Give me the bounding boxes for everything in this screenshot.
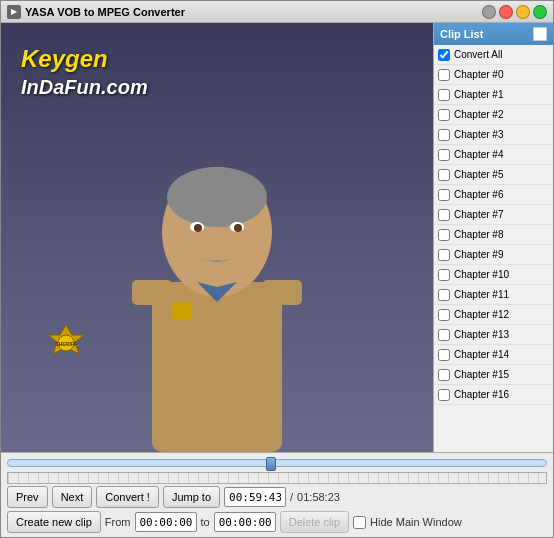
from-time-input[interactable] [135, 512, 197, 532]
chapter-checkbox-15[interactable] [438, 369, 450, 381]
clip-item-8[interactable]: Chapter #8 [434, 225, 553, 245]
chapter-label-8: Chapter #8 [454, 229, 503, 240]
chapter-checkbox-6[interactable] [438, 189, 450, 201]
clip-list-panel: Clip List ✓ Convert All Chapter #0Chapte… [433, 23, 553, 452]
maximize-button[interactable] [533, 5, 547, 19]
to-time-input[interactable] [214, 512, 276, 532]
clip-item-3[interactable]: Chapter #3 [434, 125, 553, 145]
clip-item-4[interactable]: Chapter #4 [434, 145, 553, 165]
clip-list-header: Clip List ✓ [434, 23, 553, 45]
delete-clip-button: Delete clip [280, 511, 349, 533]
prev-button[interactable]: Prev [7, 486, 48, 508]
chapter-label-0: Chapter #0 [454, 69, 503, 80]
clip-list-title: Clip List [440, 28, 483, 40]
svg-point-9 [234, 224, 242, 232]
svg-rect-13 [172, 302, 192, 320]
minimize-button[interactable] [516, 5, 530, 19]
chapter-checkbox-0[interactable] [438, 69, 450, 81]
clip-item-12[interactable]: Chapter #12 [434, 305, 553, 325]
chapter-label-2: Chapter #2 [454, 109, 503, 120]
chapter-checkbox-11[interactable] [438, 289, 450, 301]
convert-all-checkbox[interactable] [438, 49, 450, 61]
svg-rect-12 [262, 280, 302, 305]
clip-list-check-icon[interactable]: ✓ [533, 27, 547, 41]
time-display: / 01:58:23 [224, 487, 340, 507]
create-clip-button[interactable]: Create new clip [7, 511, 101, 533]
app-icon: ▶ [7, 5, 21, 19]
svg-point-8 [194, 224, 202, 232]
clip-item-9[interactable]: Chapter #9 [434, 245, 553, 265]
chapter-label-9: Chapter #9 [454, 249, 503, 260]
clip-item-10[interactable]: Chapter #10 [434, 265, 553, 285]
chapter-label-13: Chapter #13 [454, 329, 509, 340]
clip-item-0[interactable]: Chapter #0 [434, 65, 553, 85]
video-panel: Keygen InDaFun.com SHERIFF [1, 23, 433, 452]
hide-main-label: Hide Main Window [370, 516, 462, 528]
convert-all-item[interactable]: Convert All [434, 45, 553, 65]
clip-item-7[interactable]: Chapter #7 [434, 205, 553, 225]
svg-text:SHERIFF: SHERIFF [55, 341, 76, 347]
clip-item-15[interactable]: Chapter #15 [434, 365, 553, 385]
chapter-label-5: Chapter #5 [454, 169, 503, 180]
watermark: Keygen InDaFun.com [21, 43, 148, 100]
bottom-panel: Prev Next Convert ! Jump to / 01:58:23 C… [1, 452, 553, 537]
watermark-line1: Keygen [21, 43, 148, 74]
chapter-label-3: Chapter #3 [454, 129, 503, 140]
chapter-label-14: Chapter #14 [454, 349, 509, 360]
clip-item-16[interactable]: Chapter #16 [434, 385, 553, 405]
chapter-checkbox-14[interactable] [438, 349, 450, 361]
convert-button[interactable]: Convert ! [96, 486, 159, 508]
progress-thumb[interactable] [266, 457, 276, 471]
time-ruler [7, 472, 547, 484]
clip-item-2[interactable]: Chapter #2 [434, 105, 553, 125]
chapter-label-6: Chapter #6 [454, 189, 503, 200]
current-time-input[interactable] [224, 487, 286, 507]
chapter-list: Chapter #0Chapter #1Chapter #2Chapter #3… [434, 65, 553, 405]
content-area: Keygen InDaFun.com SHERIFF [1, 23, 553, 452]
clip-list-scroll[interactable]: Convert All Chapter #0Chapter #1Chapter … [434, 45, 553, 452]
clip-item-1[interactable]: Chapter #1 [434, 85, 553, 105]
chapter-checkbox-4[interactable] [438, 149, 450, 161]
total-time-display: 01:58:23 [297, 491, 340, 503]
svg-point-5 [167, 167, 267, 227]
chapter-checkbox-7[interactable] [438, 209, 450, 221]
close-button[interactable] [499, 5, 513, 19]
window-title: YASA VOB to MPEG Converter [25, 6, 482, 18]
chapter-checkbox-3[interactable] [438, 129, 450, 141]
chapter-checkbox-13[interactable] [438, 329, 450, 341]
chapter-label-12: Chapter #12 [454, 309, 509, 320]
clip-item-5[interactable]: Chapter #5 [434, 165, 553, 185]
watermark-line2: InDaFun.com [21, 74, 148, 100]
time-separator: / [290, 491, 293, 503]
clip-item-11[interactable]: Chapter #11 [434, 285, 553, 305]
chapter-label-1: Chapter #1 [454, 89, 503, 100]
hide-main-checkbox[interactable] [353, 516, 366, 529]
jump-to-button[interactable]: Jump to [163, 486, 220, 508]
chapter-checkbox-16[interactable] [438, 389, 450, 401]
chapter-checkbox-10[interactable] [438, 269, 450, 281]
chapter-checkbox-2[interactable] [438, 109, 450, 121]
extra-button[interactable] [482, 5, 496, 19]
clip-item-14[interactable]: Chapter #14 [434, 345, 553, 365]
chapter-label-7: Chapter #7 [454, 209, 503, 220]
progress-track[interactable] [7, 459, 547, 467]
buttons-row: Prev Next Convert ! Jump to / 01:58:23 [7, 486, 547, 508]
chapter-checkbox-1[interactable] [438, 89, 450, 101]
clip-item-6[interactable]: Chapter #6 [434, 185, 553, 205]
hide-main-row: Hide Main Window [353, 516, 462, 529]
chapter-checkbox-9[interactable] [438, 249, 450, 261]
to-label: to [201, 516, 210, 528]
progress-row [7, 457, 547, 469]
chapter-label-4: Chapter #4 [454, 149, 503, 160]
chapter-label-15: Chapter #15 [454, 369, 509, 380]
person-silhouette [92, 132, 342, 452]
chapter-checkbox-12[interactable] [438, 309, 450, 321]
convert-all-label: Convert All [454, 49, 502, 60]
clip-item-13[interactable]: Chapter #13 [434, 325, 553, 345]
chapter-checkbox-8[interactable] [438, 229, 450, 241]
next-button[interactable]: Next [52, 486, 93, 508]
chapter-checkbox-5[interactable] [438, 169, 450, 181]
svg-rect-3 [152, 282, 282, 452]
create-clip-row: Create new clip From to Delete clip Hide… [7, 511, 547, 533]
svg-rect-11 [132, 280, 172, 305]
